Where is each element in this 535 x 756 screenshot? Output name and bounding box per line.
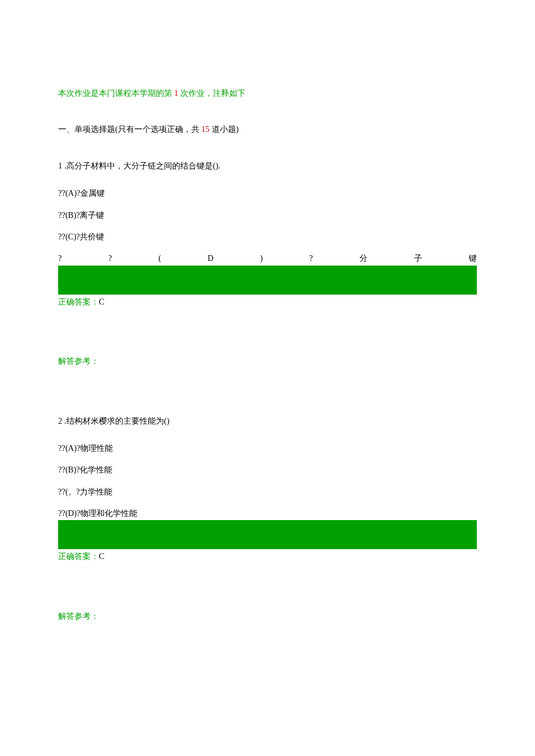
option-b: ??(B)?离子键: [58, 209, 477, 222]
option-d-part: 子: [414, 252, 422, 265]
option-d-part: ?: [58, 252, 62, 265]
option-d-part: (: [158, 252, 161, 265]
question-2: 2 .结构材米樱求的主要性能为() ??(A)?物理性能 ??(B)?化学性能 …: [58, 415, 477, 624]
question-number: 1: [58, 162, 62, 170]
answer-row: 正确答案：C: [58, 550, 477, 563]
option-c: ??(。?力学性能: [58, 486, 477, 499]
option-d-part: ?: [309, 252, 313, 265]
section-num: 15: [201, 125, 209, 134]
answer-label: 正确答案：: [58, 552, 99, 561]
header-prefix: 本次作业是本门课程本学期的第: [58, 89, 174, 98]
answer-label: 正确答案：: [58, 298, 99, 306]
option-d: ??(D)?物理和化学性能: [58, 507, 477, 520]
answer-value: C: [99, 552, 104, 561]
option-d: ? ? ( D ) ? 分 子 键: [58, 252, 477, 265]
question-text: 1 .高分子材料中，大分子链之间的结合键是().: [58, 160, 477, 173]
header-num: 1: [174, 89, 179, 98]
option-b: ??(B)?化学性能: [58, 464, 477, 476]
option-d-part: 分: [359, 252, 368, 265]
question-1: 1 .高分子材料中，大分子链之间的结合键是(). ??(A)?金属键 ??(B)…: [58, 160, 477, 368]
section-prefix: 一、单项选择题(只有一个选项正确，共: [58, 125, 201, 134]
explain-label: 解答参考：: [58, 355, 477, 368]
option-c: ??(C)?共价键: [58, 231, 477, 243]
option-d-part: ?: [108, 252, 112, 265]
option-d-part: 键: [469, 252, 477, 265]
highlight-bar: [58, 266, 477, 295]
explain-label: 解答参考：: [58, 610, 477, 623]
option-d-part: ): [260, 252, 263, 265]
option-d-part: D: [208, 252, 213, 265]
question-text: 2 .结构材米樱求的主要性能为(): [58, 415, 477, 428]
highlight-bar: [58, 520, 477, 549]
question-body: .结构材米樱求的主要性能为(): [62, 417, 169, 425]
answer-value: C: [99, 298, 104, 306]
question-body: .高分子材料中，大分子链之间的结合键是().: [62, 162, 220, 170]
header-note: 本次作业是本门课程本学期的第 1 次作业，注释如下: [58, 87, 477, 100]
option-a: ??(A)?金属键: [58, 187, 477, 200]
answer-row: 正确答案：C: [58, 296, 477, 309]
section-title: 一、单项选择题(只有一个选项正确，共 15 道小题): [58, 123, 477, 136]
question-number: 2: [58, 417, 62, 425]
option-a: ??(A)?物理性能: [58, 442, 477, 455]
section-suffix: 道小题): [209, 125, 238, 134]
header-suffix: 次作业，注释如下: [179, 89, 246, 98]
